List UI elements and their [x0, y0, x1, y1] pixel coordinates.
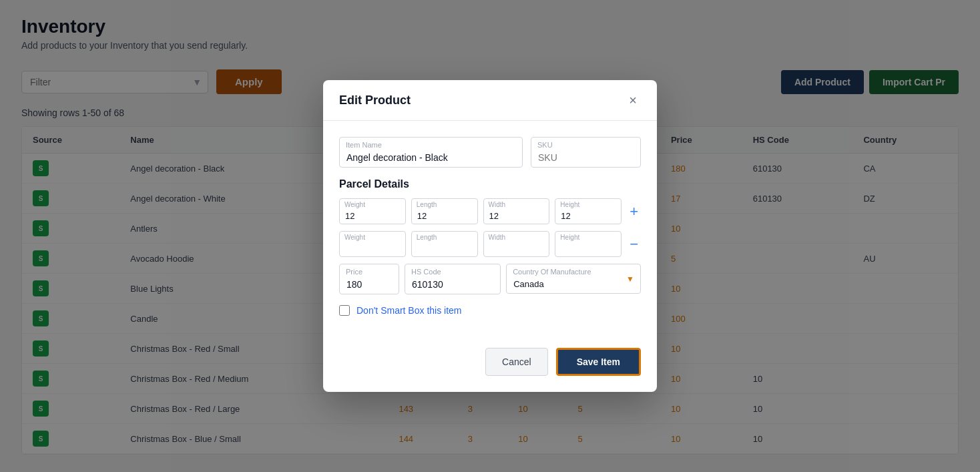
weight-input-1[interactable]: [339, 198, 406, 224]
smart-box-checkbox[interactable]: [339, 305, 350, 316]
parcel-row-1: Weight Length Width Height +: [339, 198, 641, 224]
item-name-field: Item Name: [339, 137, 523, 168]
sku-field: SKU: [531, 137, 641, 168]
sku-input[interactable]: [531, 137, 641, 168]
height-field-2: Height: [555, 231, 622, 257]
parcel-row-2: Weight Length Width Height −: [339, 231, 641, 257]
edit-product-modal: Edit Product × Item Name SKU Parcel Deta…: [323, 80, 657, 392]
price-field: Price: [339, 264, 399, 294]
width-input-2[interactable]: [483, 231, 550, 257]
weight-input-2[interactable]: [339, 231, 406, 257]
height-field-1: Height: [555, 198, 622, 224]
height-input-2[interactable]: [555, 231, 622, 257]
add-row-button[interactable]: +: [627, 204, 641, 219]
modal-overlay: Edit Product × Item Name SKU Parcel Deta…: [0, 0, 980, 472]
length-field-1: Length: [411, 198, 478, 224]
width-input-1[interactable]: [483, 198, 550, 224]
price-hs-country-row: Price HS Code Country Of Manufacture Can…: [339, 264, 641, 294]
length-field-2: Length: [411, 231, 478, 257]
modal-body: Item Name SKU Parcel Details Weight Leng…: [323, 121, 657, 348]
hs-code-field: HS Code: [405, 264, 501, 294]
save-item-button[interactable]: Save Item: [556, 348, 641, 376]
smart-box-row: Don't Smart Box this item: [339, 305, 641, 316]
weight-field-2: Weight: [339, 231, 406, 257]
close-button[interactable]: ×: [625, 92, 641, 108]
remove-row-button[interactable]: −: [627, 237, 641, 252]
width-field-1: Width: [483, 198, 550, 224]
country-field: Country Of Manufacture Canada United Sta…: [506, 264, 641, 294]
modal-title: Edit Product: [339, 93, 411, 107]
modal-header: Edit Product ×: [323, 80, 657, 121]
name-sku-row: Item Name SKU: [339, 137, 641, 168]
parcel-details-label: Parcel Details: [339, 178, 641, 190]
length-input-1[interactable]: [411, 198, 478, 224]
weight-field-1: Weight: [339, 198, 406, 224]
height-input-1[interactable]: [555, 198, 622, 224]
country-select[interactable]: Canada United States Australia United Ki…: [506, 264, 641, 294]
hs-code-input[interactable]: [405, 264, 501, 294]
length-input-2[interactable]: [411, 231, 478, 257]
modal-footer: Cancel Save Item: [323, 348, 657, 392]
cancel-button[interactable]: Cancel: [485, 348, 548, 376]
width-field-2: Width: [483, 231, 550, 257]
price-input[interactable]: [339, 264, 399, 294]
item-name-input[interactable]: [339, 137, 523, 168]
smart-box-label[interactable]: Don't Smart Box this item: [356, 305, 462, 316]
